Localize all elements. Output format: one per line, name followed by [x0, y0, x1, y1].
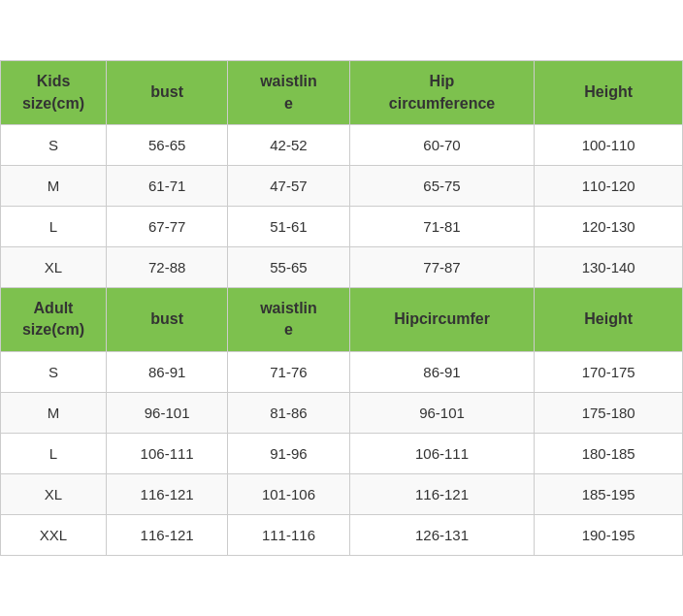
kids-waist-cell: 47-57: [228, 166, 349, 207]
kids-size-cell: M: [1, 166, 107, 207]
adult-bust-cell: 116-121: [106, 514, 227, 555]
adult-row: L 106-111 91-96 106-111 180-185: [1, 433, 683, 473]
kids-waist-cell: 55-65: [228, 247, 349, 288]
kids-hip-cell: 60-70: [349, 125, 535, 166]
kids-row: M 61-71 47-57 65-75 110-120: [1, 166, 683, 207]
kids-bust-cell: 72-88: [106, 247, 227, 288]
kids-bust-cell: 67-77: [106, 207, 227, 247]
kids-row: XL 72-88 55-65 77-87 130-140: [1, 247, 683, 288]
kids-size-header: Kids size(cm): [1, 61, 107, 125]
kids-bust-cell: 61-71: [106, 166, 227, 207]
adult-bust-cell: 106-111: [106, 433, 227, 473]
adult-hip-cell: 106-111: [349, 433, 535, 473]
kids-height-cell: 110-120: [535, 166, 683, 207]
adult-waist-cell: 101-106: [228, 473, 349, 514]
adult-height-header: Height: [535, 288, 683, 352]
adult-row: M 96-101 81-86 96-101 175-180: [1, 392, 683, 433]
adult-waist-cell: 111-116: [228, 514, 349, 555]
kids-size-cell: S: [1, 125, 107, 166]
kids-size-cell: L: [1, 207, 107, 247]
kids-waist-cell: 51-61: [228, 207, 349, 247]
kids-waist-cell: 42-52: [228, 125, 349, 166]
adult-height-cell: 190-195: [535, 514, 683, 555]
adult-waist-header: waistline: [228, 288, 349, 352]
adult-hip-cell: 96-101: [349, 392, 535, 433]
adult-waist-cell: 91-96: [228, 433, 349, 473]
adult-hip-cell: 116-121: [349, 473, 535, 514]
adult-size-cell: S: [1, 351, 107, 392]
kids-hip-cell: 77-87: [349, 247, 535, 288]
adult-row: XXL 116-121 111-116 126-131 190-195: [1, 514, 683, 555]
kids-row: L 67-77 51-61 71-81 120-130: [1, 207, 683, 247]
adult-size-cell: XXL: [1, 514, 107, 555]
adult-hip-header: Hipcircumfer: [349, 288, 535, 352]
adult-size-cell: XL: [1, 473, 107, 514]
kids-height-cell: 100-110: [535, 125, 683, 166]
adult-height-cell: 180-185: [535, 433, 683, 473]
adult-bust-header: bust: [106, 288, 227, 352]
kids-hip-cell: 71-81: [349, 207, 535, 247]
kids-hip-cell: 65-75: [349, 166, 535, 207]
kids-hip-header: Hip circumference: [349, 61, 535, 125]
kids-size-cell: XL: [1, 247, 107, 288]
kids-height-cell: 120-130: [535, 207, 683, 247]
adult-bust-cell: 116-121: [106, 473, 227, 514]
adult-size-header: Adult size(cm): [1, 288, 107, 352]
adult-height-cell: 185-195: [535, 473, 683, 514]
adult-height-cell: 175-180: [535, 392, 683, 433]
kids-bust-cell: 56-65: [106, 125, 227, 166]
adult-height-cell: 170-175: [535, 351, 683, 392]
adult-size-cell: L: [1, 433, 107, 473]
adult-bust-cell: 86-91: [106, 351, 227, 392]
kids-height-cell: 130-140: [535, 247, 683, 288]
kids-bust-header: bust: [106, 61, 227, 125]
size-chart: Kids size(cm) bust waistlin e Hip circum…: [0, 60, 683, 556]
adult-row: S 86-91 71-76 86-91 170-175: [1, 351, 683, 392]
kids-height-header: Height: [535, 61, 683, 125]
adult-size-cell: M: [1, 392, 107, 433]
adult-hip-cell: 126-131: [349, 514, 535, 555]
adult-hip-cell: 86-91: [349, 351, 535, 392]
adult-row: XL 116-121 101-106 116-121 185-195: [1, 473, 683, 514]
kids-waist-header: waistlin e: [228, 61, 349, 125]
adult-waist-cell: 81-86: [228, 392, 349, 433]
adult-bust-cell: 96-101: [106, 392, 227, 433]
adult-waist-cell: 71-76: [228, 351, 349, 392]
kids-row: S 56-65 42-52 60-70 100-110: [1, 125, 683, 166]
